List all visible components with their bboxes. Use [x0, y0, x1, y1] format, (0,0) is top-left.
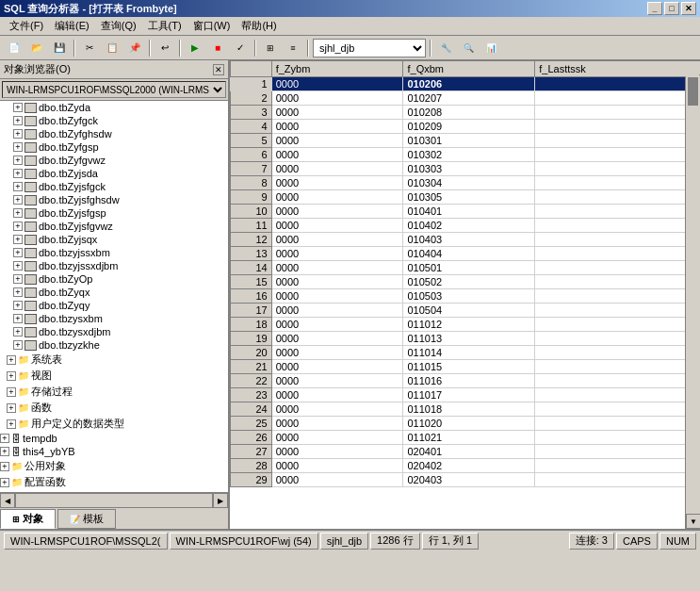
- tree-item-27[interactable]: +📁配置函数: [0, 474, 228, 490]
- tree-item-7[interactable]: +dbo.tbZyjsfghsdw: [0, 193, 228, 206]
- minimize-button[interactable]: _: [647, 2, 662, 15]
- tree-expander[interactable]: +: [7, 419, 16, 429]
- toolbar-new[interactable]: 📄: [4, 39, 24, 57]
- table-row[interactable]: 30000010208: [231, 106, 700, 120]
- scroll-thumb[interactable]: [688, 77, 698, 106]
- tree-item-23[interactable]: +📁用户定义的数据类型: [0, 416, 228, 432]
- menu-file[interactable]: 文件(F): [4, 17, 49, 35]
- table-row[interactable]: 120000010403: [231, 233, 700, 247]
- data-grid[interactable]: f_Zybm f_Qxbm f_Lasttssk 100000102062000…: [230, 60, 700, 529]
- table-row[interactable]: 110000010402: [231, 219, 700, 233]
- close-button[interactable]: ✕: [681, 2, 696, 15]
- tree-item-9[interactable]: +dbo.tbZyjsfgvwz: [0, 220, 228, 233]
- table-row[interactable]: 270000020401: [231, 445, 700, 459]
- table-row[interactable]: 170000010504: [231, 304, 700, 318]
- tree-expander[interactable]: +: [0, 434, 9, 443]
- tree-item-6[interactable]: +dbo.tbZyjsfgck: [0, 180, 228, 193]
- table-row[interactable]: 10000010206: [231, 77, 700, 91]
- toolbar-run[interactable]: ▶: [185, 39, 205, 57]
- scroll-thumb-track[interactable]: [686, 75, 700, 514]
- tree-item-17[interactable]: +dbo.tbzysxdjbm: [0, 325, 228, 338]
- table-row[interactable]: 280000020402: [231, 459, 700, 473]
- tree-expander[interactable]: +: [13, 129, 23, 139]
- maximize-button[interactable]: □: [664, 2, 679, 15]
- toolbar-copy[interactable]: 📋: [102, 39, 122, 57]
- table-row[interactable]: 70000010303: [231, 162, 700, 176]
- tree-expander[interactable]: +: [13, 169, 23, 178]
- tree-item-1[interactable]: +dbo.tbZyfgck: [0, 114, 228, 127]
- tree-item-22[interactable]: +📁函数: [0, 400, 228, 416]
- tree-expander[interactable]: +: [13, 235, 23, 244]
- table-row[interactable]: 140000010501: [231, 261, 700, 275]
- table-row[interactable]: 60000010302: [231, 148, 700, 162]
- tree-expander[interactable]: +: [13, 142, 23, 152]
- table-row[interactable]: 260000011021: [231, 431, 700, 445]
- tree-expander[interactable]: +: [13, 248, 23, 257]
- tree-item-16[interactable]: +dbo.tbzysxbm: [0, 312, 228, 325]
- tree-item-25[interactable]: +🗄this4_ybYB: [0, 445, 228, 458]
- menu-window[interactable]: 窗口(W): [187, 17, 236, 35]
- toolbar-btn-extra2[interactable]: 🔍: [458, 39, 479, 57]
- tree-item-24[interactable]: +🗄tempdb: [0, 432, 228, 445]
- tree-item-15[interactable]: +dbo.tbZyqy: [0, 299, 228, 312]
- table-row[interactable]: 200000011014: [231, 346, 700, 360]
- tree-expander[interactable]: +: [13, 208, 23, 218]
- tree-expander[interactable]: +: [13, 116, 23, 125]
- menu-help[interactable]: 帮助(H): [236, 17, 282, 35]
- table-row[interactable]: 150000010502: [231, 275, 700, 289]
- scroll-left-btn[interactable]: ◀: [0, 493, 15, 508]
- toolbar-save[interactable]: 💾: [49, 39, 70, 57]
- toolbar-btn-extra3[interactable]: 📊: [480, 39, 501, 57]
- tree-expander[interactable]: +: [13, 222, 23, 231]
- toolbar-results-text[interactable]: ≡: [283, 39, 303, 57]
- tree-expander[interactable]: +: [13, 327, 23, 337]
- tree-item-26[interactable]: +📁公用对象: [0, 458, 228, 474]
- menu-query[interactable]: 查询(Q): [95, 17, 142, 35]
- menu-tools[interactable]: 工具(T): [142, 17, 187, 35]
- tree-expander[interactable]: +: [13, 287, 23, 297]
- connection-dropdown[interactable]: WIN-LRMSPCU1ROF\MSSQL2000 (WIN-LRMS▼: [2, 81, 226, 98]
- tree-expander[interactable]: +: [13, 340, 23, 350]
- vertical-scrollbar[interactable]: ▲ ▼: [685, 60, 700, 529]
- menu-edit[interactable]: 编辑(E): [49, 17, 95, 35]
- tree-expander[interactable]: +: [13, 314, 23, 323]
- tree-expander[interactable]: +: [13, 156, 23, 165]
- table-row[interactable]: 190000011013: [231, 332, 700, 346]
- toolbar-parse[interactable]: ✓: [230, 39, 251, 57]
- tree-item-20[interactable]: +📁视图: [0, 368, 228, 384]
- tree-item-21[interactable]: +📁存储过程: [0, 384, 228, 400]
- tree-item-5[interactable]: +dbo.tbZyjsda: [0, 167, 228, 180]
- tree-item-2[interactable]: +dbo.tbZyfghsdw: [0, 127, 228, 140]
- database-dropdown[interactable]: sjhl_djb: [313, 39, 426, 57]
- table-row[interactable]: 290000020403: [231, 473, 700, 487]
- toolbar-results-grid[interactable]: ⊞: [260, 39, 281, 57]
- tab-templates[interactable]: 📝 模板: [57, 509, 116, 529]
- table-row[interactable]: 20000010207: [231, 91, 700, 106]
- table-row[interactable]: 100000010401: [231, 205, 700, 219]
- table-row[interactable]: 220000011016: [231, 374, 700, 388]
- table-row[interactable]: 160000010503: [231, 289, 700, 304]
- table-row[interactable]: 50000010301: [231, 134, 700, 148]
- tree-expander[interactable]: +: [13, 261, 23, 271]
- tree-expander[interactable]: +: [0, 447, 9, 456]
- scroll-track[interactable]: [15, 493, 213, 508]
- scroll-down-btn[interactable]: ▼: [686, 514, 700, 529]
- table-row[interactable]: 130000010404: [231, 247, 700, 261]
- toolbar-btn-extra1[interactable]: 🔧: [435, 39, 456, 57]
- toolbar-stop[interactable]: ■: [207, 39, 228, 57]
- table-row[interactable]: 210000011015: [231, 360, 700, 374]
- tree-container[interactable]: +dbo.tbZyda+dbo.tbZyfgck+dbo.tbZyfghsdw+…: [0, 101, 228, 492]
- tree-item-19[interactable]: +📁系统表: [0, 352, 228, 368]
- tab-objects[interactable]: ⊞ 对象: [0, 509, 56, 529]
- table-row[interactable]: 40000010209: [231, 120, 700, 134]
- tree-expander[interactable]: +: [13, 182, 23, 191]
- tree-expander[interactable]: +: [7, 355, 16, 365]
- tree-item-11[interactable]: +dbo.tbzyjssxbm: [0, 246, 228, 259]
- tree-expander[interactable]: +: [13, 103, 23, 112]
- tree-expander[interactable]: +: [13, 195, 23, 205]
- tree-expander[interactable]: +: [7, 387, 16, 397]
- tree-item-13[interactable]: +dbo.tbZyOp: [0, 272, 228, 286]
- tree-expander[interactable]: +: [0, 478, 9, 487]
- toolbar-cut[interactable]: ✂: [79, 39, 100, 57]
- table-row[interactable]: 80000010304: [231, 176, 700, 190]
